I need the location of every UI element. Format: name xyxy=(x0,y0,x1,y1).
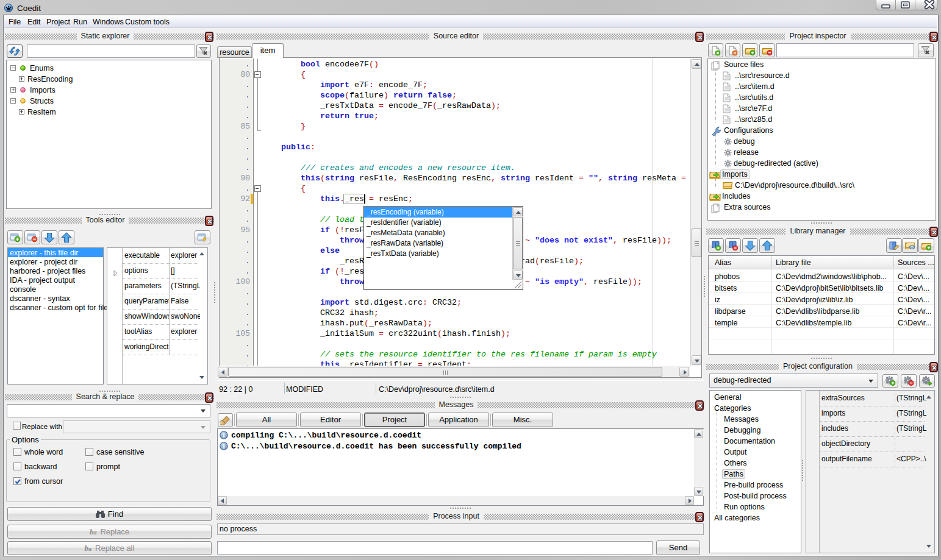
svg-text:i: i xyxy=(223,431,224,439)
svg-text:i: i xyxy=(223,442,224,450)
